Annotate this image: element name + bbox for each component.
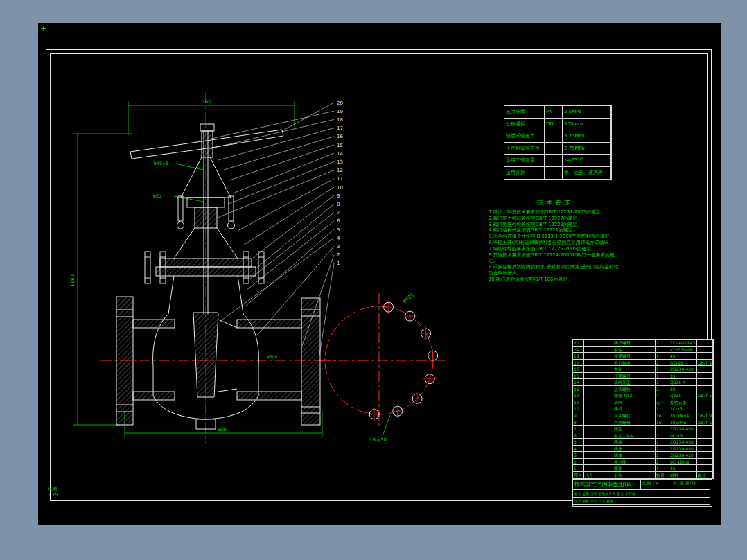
bom-cell: [584, 439, 613, 446]
bom-cell: 推力轴承: [613, 360, 656, 367]
bom-cell: 数量: [656, 472, 669, 479]
signature-row: 设计 校核 审核 工艺 批准: [573, 498, 710, 505]
param-cell: 3.75MPa: [563, 130, 611, 143]
callout-leader: [227, 161, 334, 204]
bom-cell: 30CrMo: [669, 419, 697, 426]
bom-cell: 3: [573, 452, 584, 459]
bom-cell: 阀盖: [613, 426, 656, 432]
bom-cell: 阀杆: [613, 405, 656, 412]
bom-cell: [697, 459, 713, 466]
param-cell: 2.75MPa: [563, 143, 611, 155]
bom-cell: 4: [656, 392, 669, 399]
bom-cell: 1: [656, 373, 669, 380]
bom-cell: GB/T 901: [697, 412, 713, 419]
callout-number: 13: [337, 159, 343, 165]
bom-cell: [584, 399, 613, 406]
bom-cell: ZG230-450: [669, 439, 697, 446]
callout-number: 12: [337, 168, 343, 173]
bom-cell: 16: [573, 366, 584, 373]
bom-cell: [584, 432, 613, 439]
bom-cell: [584, 373, 613, 380]
callout-number: 11: [337, 176, 343, 182]
bom-cell: ZG230-450: [669, 452, 697, 459]
callout-leader: [246, 221, 334, 290]
bom-cell: ZG230-450: [669, 426, 697, 432]
callout-number: 10: [337, 185, 343, 191]
stem-locknut: [200, 124, 214, 131]
bom-cell: 阀杆螺母: [613, 340, 656, 347]
callout-leader: [319, 263, 334, 355]
bom-cell: 1: [656, 347, 669, 353]
callout-number: 19: [337, 109, 343, 114]
tech-requirement-line: 5.法兰的连接尺寸按照JB 9113.1-2000平面密封面的规定。: [489, 234, 622, 240]
bom-cell: 六角螺母: [613, 419, 656, 426]
param-cell: 压力等级: [504, 106, 545, 119]
callout-leader: [218, 170, 334, 218]
corner-note-line: 1:75: [48, 492, 58, 498]
bom-cell: 手轮: [613, 347, 656, 353]
corner-note-line: 比例: [48, 486, 58, 492]
param-cell: 300mm: [563, 119, 611, 131]
bom-cell: [584, 360, 613, 367]
bom-cell: 11: [573, 399, 584, 406]
eyebolt-right: [229, 196, 234, 221]
callout-number: 8: [337, 202, 340, 207]
bom-cell: GB/T 6175: [697, 419, 713, 426]
bom-cell: 填料压盖: [613, 379, 656, 386]
bom-cell: 代号: [584, 472, 613, 479]
bom-cell: ZG230-450: [669, 366, 697, 373]
param-cell: [545, 130, 563, 143]
callout-leader: [229, 145, 334, 180]
tech-requirements-title: 技术要求: [489, 198, 622, 207]
eyebolt-pin-right: [228, 222, 235, 229]
bom-cell: 8: [573, 419, 584, 426]
bom-cell: [584, 386, 613, 393]
callout-number: 5: [337, 227, 340, 233]
right-pipe-wall-top: [237, 320, 301, 328]
right-pipe-wall-bottom: [237, 392, 301, 400]
dim-bolt-circle: φ485: [402, 292, 415, 304]
callout-leader: [218, 128, 334, 160]
bom-cell: [697, 366, 713, 373]
callout-leader: [243, 187, 334, 245]
bom-cell: 0Cr18Ni9: [669, 459, 697, 466]
bom-cell: [697, 399, 713, 406]
bom-cell: [584, 405, 613, 412]
bom-cell: 阀座: [613, 446, 656, 453]
bom-cell: [584, 426, 613, 432]
tech-requirement-line: 7.铜铸件性能要求按照GB/T 12225-2005的规定。: [489, 246, 622, 252]
bom-cell: 12: [573, 392, 584, 399]
bom-cell: 45: [669, 353, 697, 360]
bom-cell: [697, 386, 713, 393]
bom-cell: 名称: [613, 472, 656, 479]
bom-cell: 4: [573, 446, 584, 453]
callout-number: 6: [337, 218, 340, 224]
bom-cell: KTH330-08: [669, 347, 697, 353]
callout-leader: [253, 195, 334, 258]
bom-cell: 柔性石墨: [669, 399, 697, 406]
drawing-sheet: +: [38, 23, 721, 525]
param-cell: 适用工作温度: [504, 155, 545, 167]
handwheel-hub: [202, 131, 213, 157]
bom-cell: 1: [656, 426, 669, 432]
bom-cell: 14: [573, 379, 584, 386]
body-flange: [156, 267, 256, 276]
bom-cell: 1: [656, 432, 669, 439]
bom-cell: 1: [656, 405, 669, 412]
callout-leader: [233, 153, 334, 193]
param-cell: 强度试验压力: [504, 130, 545, 143]
bom-cell: 螺塞: [613, 465, 656, 472]
title-block: 楔式弹性闸阀装配图(四) 比例 1:4 共1张 第1张 标记 处数 分区 更改文…: [572, 479, 712, 507]
bom-cell: 中法兰垫片: [613, 432, 656, 439]
dim-bore: φ300: [267, 354, 278, 360]
bom-cell: 10: [573, 405, 584, 412]
bom-cell: 20: [573, 340, 584, 347]
bom-cell: 35CrMoA: [669, 412, 697, 419]
bom-cell: 材料: [669, 472, 697, 479]
tech-requirements-body: 1.设计、制造技术要求按照GB/T 12234-2007的规定。2.阀门压力和试…: [489, 209, 622, 283]
bom-cell: 压紧螺母: [613, 373, 656, 380]
bom-cell: 若干: [656, 399, 669, 406]
callout-leader: [209, 119, 334, 149]
left-pipe-wall-top: [133, 320, 175, 328]
callout-leader: [211, 111, 334, 139]
